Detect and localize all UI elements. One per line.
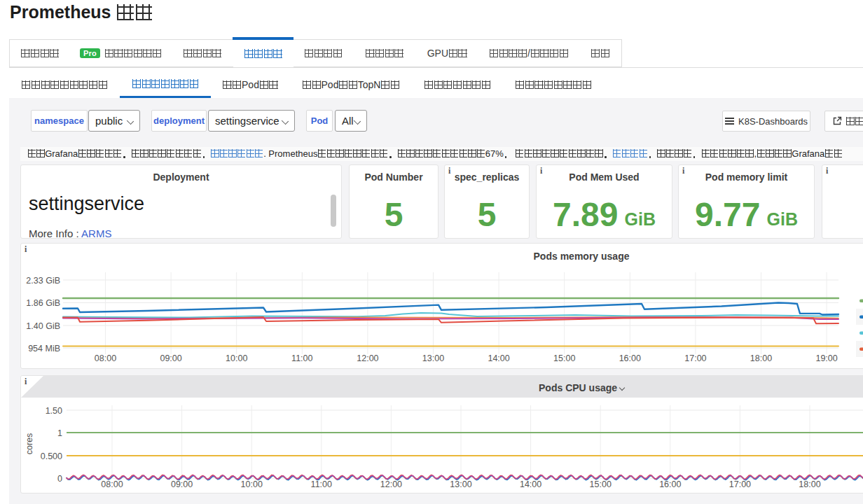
svg-text:09:00: 09:00 — [171, 479, 193, 489]
svg-text:14:00: 14:00 — [520, 479, 541, 489]
svg-text:15:00: 15:00 — [553, 354, 575, 363]
svg-text:12:00: 12:00 — [380, 479, 402, 489]
svg-text:16:00: 16:00 — [619, 354, 641, 363]
svg-text:18:00: 18:00 — [750, 354, 772, 363]
svg-text:11:00: 11:00 — [291, 354, 312, 363]
svg-text:13:00: 13:00 — [422, 354, 444, 363]
svg-text:11:00: 11:00 — [311, 479, 332, 489]
svg-text:13:00: 13:00 — [450, 479, 471, 489]
svg-text:10:00: 10:00 — [241, 479, 263, 489]
svg-text:1.40 GiB: 1.40 GiB — [26, 321, 60, 331]
svg-text:12:00: 12:00 — [357, 354, 378, 363]
svg-text:954 MiB: 954 MiB — [28, 344, 60, 354]
svg-text:2.33 GiB: 2.33 GiB — [26, 276, 60, 286]
svg-text:0: 0 — [57, 474, 62, 484]
svg-text:0.500: 0.500 — [41, 451, 62, 461]
svg-text:17:00: 17:00 — [729, 479, 751, 489]
svg-text:1.86 GiB: 1.86 GiB — [26, 298, 60, 308]
svg-text:16:00: 16:00 — [659, 479, 681, 489]
svg-text:18:00: 18:00 — [799, 479, 820, 489]
svg-text:19:00: 19:00 — [815, 354, 837, 363]
svg-text:10:00: 10:00 — [226, 354, 247, 363]
svg-text:17:00: 17:00 — [684, 354, 706, 363]
svg-text:08:00: 08:00 — [95, 354, 116, 363]
svg-text:15:00: 15:00 — [590, 479, 612, 489]
svg-text:cores: cores — [25, 433, 34, 455]
svg-text:1.50: 1.50 — [46, 406, 62, 416]
svg-text:1: 1 — [57, 428, 62, 438]
svg-text:09:00: 09:00 — [160, 354, 181, 363]
svg-text:14:00: 14:00 — [488, 354, 509, 363]
svg-text:08:00: 08:00 — [101, 479, 123, 489]
